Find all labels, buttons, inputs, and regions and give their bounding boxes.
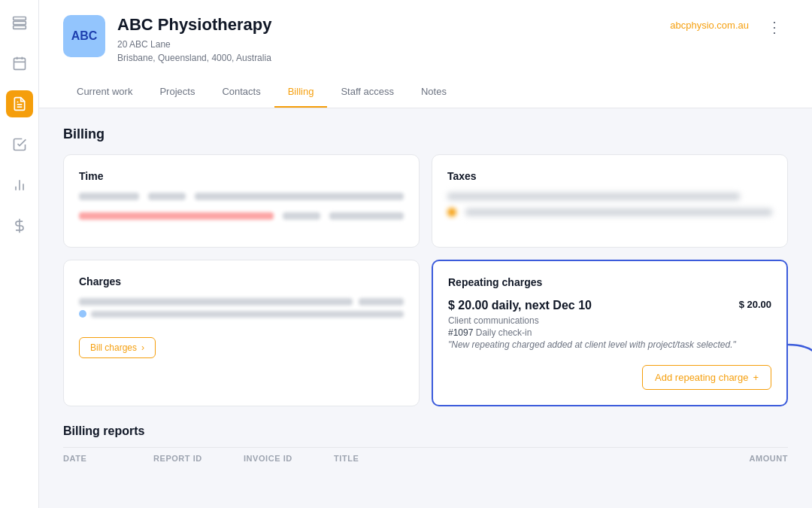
taxes-blur-line2 — [465, 208, 772, 216]
charges-dot — [79, 310, 86, 318]
add-repeating-charge-button[interactable]: Add repeating charge + — [642, 365, 771, 390]
add-charge-row: Add repeating charge + — [448, 359, 771, 390]
calendar-icon[interactable] — [6, 50, 33, 77]
page-header: ABC ABC Physiotherapy 20 ABC Lane Brisba… — [39, 0, 812, 108]
charges-blur-line2 — [359, 298, 404, 306]
col-report-header: REPORT ID — [153, 454, 244, 463]
repeating-charges-card: Repeating charges $ 20.00 daily, next De… — [432, 260, 788, 406]
arrow-annotation — [785, 337, 812, 382]
client-avatar: ABC — [63, 15, 105, 57]
tab-current-work[interactable]: Current work — [63, 77, 146, 108]
repeating-card-title: Repeating charges — [448, 276, 771, 288]
repeating-note: "New repeating charged added at client l… — [448, 339, 771, 350]
repeating-amount-label: $ 20.00 daily, next Dec 10 — [448, 299, 592, 312]
charges-spacer — [79, 324, 404, 331]
time-blur-row2-val — [283, 212, 320, 220]
svg-rect-1 — [13, 21, 26, 24]
tab-contacts[interactable]: Contacts — [208, 77, 274, 108]
repeating-item-header: $ 20.00 daily, next Dec 10 $ 20.00 — [448, 299, 771, 312]
svg-rect-2 — [13, 26, 26, 29]
reports-table-header: DATE REPORT ID INVOICE ID TITLE AMOUNT — [63, 447, 788, 469]
layers-icon[interactable] — [6, 9, 33, 36]
add-charge-label: Add repeating charge — [655, 372, 748, 383]
client-website[interactable]: abcphysio.com.au — [670, 15, 749, 31]
svg-rect-0 — [13, 17, 26, 20]
billing-section-title: Billing — [63, 126, 788, 142]
col-date-header: DATE — [63, 454, 153, 463]
time-blur-row1-label — [79, 193, 139, 200]
time-card-title: Time — [79, 170, 404, 182]
billing-icon[interactable] — [6, 90, 33, 117]
taxes-yellow-dot — [447, 208, 456, 217]
client-address-line2: Brisbane, Queensland, 4000, Australia — [117, 51, 658, 65]
col-amount-header: AMOUNT — [713, 454, 788, 463]
svg-rect-3 — [14, 58, 25, 69]
time-blur-row1-val — [148, 193, 186, 200]
add-charge-plus-icon: + — [753, 372, 759, 383]
col-title-header: TITLE — [334, 454, 713, 463]
repeating-item: $ 20.00 daily, next Dec 10 $ 20.00 Clien… — [448, 299, 771, 350]
charges-blur-line3 — [91, 311, 404, 318]
repeating-price: $ 20.00 — [739, 299, 771, 310]
bill-charges-button[interactable]: Bill charges › — [79, 337, 156, 358]
sidebar — [0, 0, 39, 508]
client-address-line1: 20 ABC Lane — [117, 38, 658, 51]
taxes-card-title: Taxes — [447, 170, 772, 182]
more-options-button[interactable]: ⋮ — [761, 15, 788, 39]
repeating-daily-label: $ 20.00 daily, next Dec 10 — [448, 299, 592, 312]
dollar-icon[interactable] — [6, 212, 33, 239]
client-info: ABC ABC Physiotherapy 20 ABC Lane Brisba… — [63, 15, 788, 77]
col-invoice-header: INVOICE ID — [244, 454, 334, 463]
nav-tabs: Current work Projects Contacts Billing S… — [63, 77, 788, 108]
charges-card: Charges Bill charges › — [63, 260, 420, 406]
time-blur-row2-val2 — [329, 212, 404, 220]
billing-reports-title: Billing reports — [63, 424, 788, 438]
page-body: Billing Time Taxes — [39, 108, 812, 487]
charges-card-title: Charges — [79, 275, 404, 287]
main-content: ABC ABC Physiotherapy 20 ABC Lane Brisba… — [39, 0, 812, 508]
tab-billing[interactable]: Billing — [274, 77, 328, 108]
time-blur-row1-val2 — [195, 193, 404, 200]
time-blur-row2-label — [79, 212, 274, 220]
repeating-category: Client communications — [448, 315, 771, 326]
client-name: ABC Physiotherapy — [117, 15, 658, 35]
billing-cards-grid: Time Taxes — [63, 154, 788, 406]
bill-charges-arrow: › — [141, 342, 144, 353]
repeating-task-id: #1097 Daily check-in — [448, 327, 771, 338]
bill-charges-label: Bill charges — [90, 342, 137, 353]
tab-staff-access[interactable]: Staff access — [327, 77, 408, 108]
taxes-blur-line1 — [447, 193, 740, 200]
checklist-icon[interactable] — [6, 131, 33, 158]
analytics-icon[interactable] — [6, 172, 33, 199]
taxes-card: Taxes — [432, 154, 788, 248]
tab-notes[interactable]: Notes — [408, 77, 460, 108]
charges-blur-line1 — [79, 298, 353, 306]
tab-projects[interactable]: Projects — [146, 77, 208, 108]
time-card: Time — [63, 154, 420, 248]
client-details: ABC Physiotherapy 20 ABC Lane Brisbane, … — [117, 15, 658, 65]
